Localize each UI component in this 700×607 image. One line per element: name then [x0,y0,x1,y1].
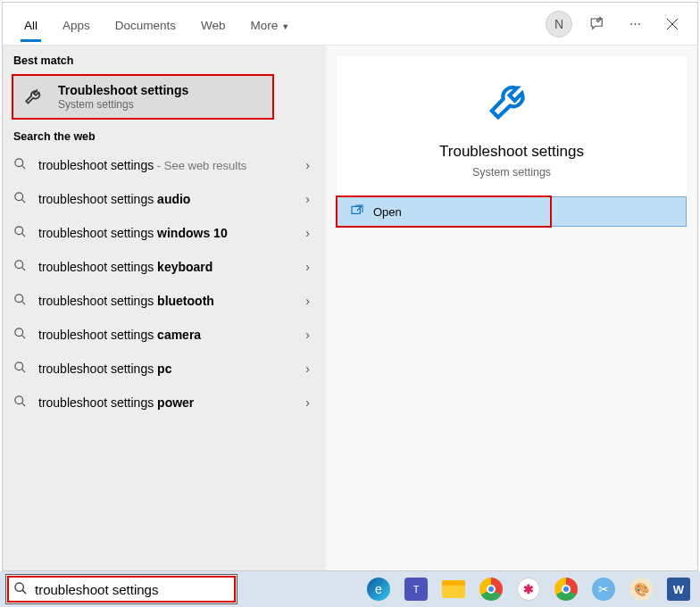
chrome-profile-icon[interactable] [550,573,582,605]
chevron-right-icon: › [305,294,315,308]
open-label: Open [373,205,402,219]
word-icon[interactable]: W [662,573,695,605]
user-avatar[interactable]: N [546,11,572,37]
wrench-icon [22,85,47,110]
close-icon[interactable] [660,12,685,37]
web-result-text: troubleshoot settings camera [38,328,296,342]
taskbar-tray: e T ✱ ✂ 🎨 W [362,573,700,605]
chevron-right-icon: › [305,158,315,172]
svg-point-5 [15,328,23,337]
preview-card: Troubleshoot settings System settings [337,56,687,196]
topbar: All Apps Documents Web More▼ N ⋯ [3,3,697,46]
web-result-text: troubleshoot settings - See web results [38,158,296,172]
search-web-header: Search the web [3,121,326,148]
web-result-text: troubleshoot settings windows 10 [38,226,296,240]
search-icon [13,259,29,275]
svg-point-2 [15,227,23,235]
svg-point-6 [15,362,23,370]
web-result-row[interactable]: troubleshoot settings audio › [3,182,326,216]
results-column: Best match Troubleshoot settings System … [3,46,326,570]
chevron-right-icon: › [305,328,315,342]
web-result-text: troubleshoot settings pc [38,362,296,376]
best-match-result[interactable]: Troubleshoot settings System settings [12,74,274,120]
best-match-text: Troubleshoot settings System settings [58,83,188,111]
open-icon [350,204,364,220]
topbar-actions: N ⋯ [546,11,697,37]
web-result-row[interactable]: troubleshoot settings keyboard › [3,250,326,284]
svg-point-4 [15,295,23,303]
paint-icon[interactable]: 🎨 [625,573,657,605]
search-icon [13,395,29,411]
search-icon [13,225,29,241]
feedback-icon[interactable] [585,12,610,37]
web-result-row[interactable]: troubleshoot settings windows 10 › [3,216,326,250]
web-result-text: troubleshoot settings bluetooth [38,294,296,308]
chevron-down-icon: ▼ [281,22,289,31]
taskbar: e T ✱ ✂ 🎨 W [0,571,700,607]
preview-subtitle: System settings [347,166,676,179]
tab-documents[interactable]: Documents [103,6,188,41]
chevron-right-icon: › [305,260,315,274]
web-results-list: troubleshoot settings - See web results … [3,148,326,420]
search-icon [13,157,29,173]
taskbar-search[interactable] [5,574,238,604]
web-result-row[interactable]: troubleshoot settings bluetooth › [3,284,326,318]
svg-point-9 [15,583,23,591]
web-result-row[interactable]: troubleshoot settings camera › [3,318,326,352]
file-explorer-icon[interactable] [438,573,470,605]
search-icon [13,327,29,343]
preview-title: Troubleshoot settings [347,143,676,161]
web-result-row[interactable]: troubleshoot settings pc › [3,352,326,386]
tab-all[interactable]: All [12,6,50,41]
content-columns: Best match Troubleshoot settings System … [3,46,697,570]
web-result-text: troubleshoot settings keyboard [38,260,296,274]
svg-point-7 [15,396,23,404]
web-result-text: troubleshoot settings audio [38,192,296,206]
chevron-right-icon: › [305,192,315,206]
search-icon [13,361,29,377]
chevron-right-icon: › [305,362,315,376]
svg-point-0 [15,159,23,167]
snip-icon[interactable]: ✂ [588,573,620,605]
edge-icon[interactable]: e [362,573,395,605]
open-button[interactable]: Open [338,197,550,226]
tab-apps[interactable]: Apps [50,6,103,41]
search-input[interactable] [35,582,229,597]
tab-more[interactable]: More▼ [238,6,303,41]
svg-rect-8 [352,206,360,213]
search-icon [13,581,28,598]
teams-icon[interactable]: T [400,573,432,605]
search-panel: All Apps Documents Web More▼ N ⋯ Best ma… [2,2,698,571]
svg-point-3 [15,261,23,269]
wrench-icon [487,78,537,128]
search-icon [13,293,29,309]
chrome-icon[interactable] [475,573,507,605]
chevron-right-icon: › [305,395,315,410]
chevron-right-icon: › [305,226,315,240]
preview-column: Troubleshoot settings System settings Op… [326,46,697,570]
svg-point-1 [15,193,23,201]
web-result-row[interactable]: troubleshoot settings - See web results … [3,148,326,182]
web-result-text: troubleshoot settings power [38,395,296,410]
tab-web[interactable]: Web [188,6,238,41]
filter-tabs: All Apps Documents Web More▼ [3,6,302,41]
best-match-title: Troubleshoot settings [58,83,188,97]
slack-icon[interactable]: ✱ [512,573,545,605]
best-match-subtitle: System settings [58,98,188,111]
search-icon [13,191,29,207]
best-match-header: Best match [3,46,326,72]
more-options-icon[interactable]: ⋯ [622,12,647,37]
web-result-row[interactable]: troubleshoot settings power › [3,386,326,420]
